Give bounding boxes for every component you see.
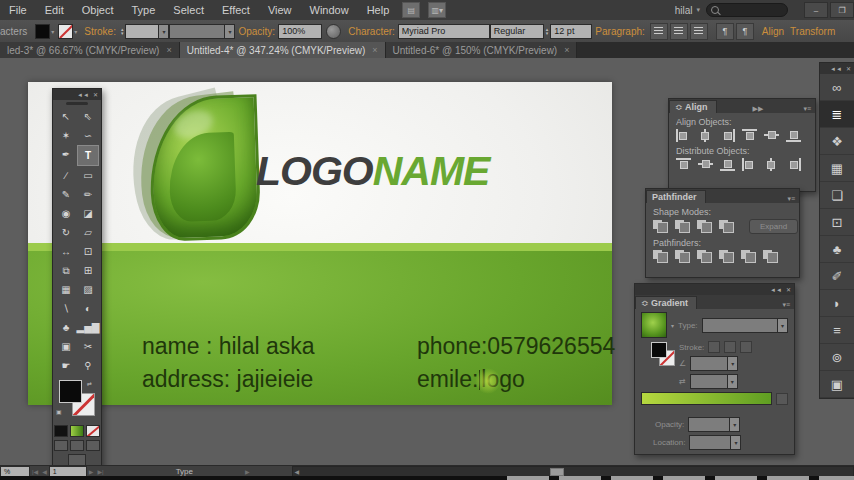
opacity-link[interactable]: Opacity: [238, 26, 275, 37]
dock-swatches-icon[interactable]: ▦ [820, 155, 854, 182]
unite-button[interactable] [653, 220, 668, 233]
fill-swatch[interactable] [651, 342, 667, 358]
tool-free-transform[interactable]: ⊡ [77, 242, 99, 261]
stroke-color-swatch[interactable] [58, 24, 73, 39]
close-icon[interactable]: × [166, 45, 171, 55]
dock-links-icon[interactable]: ∞ [820, 74, 854, 101]
tab-pathfinder[interactable]: Pathfinder [646, 190, 706, 203]
close-icon[interactable]: ✕ [93, 91, 98, 98]
menu-edit[interactable]: Edit [36, 0, 73, 20]
collapse-icon[interactable]: ◄◄ [770, 287, 782, 293]
taskbar-button[interactable] [767, 476, 809, 480]
tab-untitled-4[interactable]: Untitled-4* @ 347.24% (CMYK/Preview) × [180, 42, 386, 58]
tab-untitled-6[interactable]: Untitled-6* @ 150% (CMYK/Preview) × [386, 42, 578, 58]
next-artboard-icon[interactable]: ▶ [89, 468, 94, 475]
dock-layers-icon[interactable]: ❏ [820, 182, 854, 209]
panel-grip[interactable] [66, 102, 88, 105]
close-icon[interactable]: ✕ [846, 65, 851, 72]
card-email-line[interactable]: emile:logo [417, 363, 615, 396]
fill-dropdown-icon[interactable]: ▾ [51, 28, 54, 35]
panel-menu-icon[interactable]: ▾≡ [778, 301, 794, 309]
character-link[interactable]: Character: [348, 26, 395, 37]
tool-hand[interactable]: ☛ [55, 356, 77, 375]
tool-line-segment[interactable]: ∕ [55, 166, 77, 185]
stroke-along-button[interactable] [724, 341, 736, 353]
tool-zoom[interactable]: ⚲ [77, 356, 99, 375]
tool-slice[interactable]: ✂ [77, 337, 99, 356]
csuser-menu[interactable]: hilal [675, 5, 693, 16]
align-vertical-center-button[interactable] [764, 129, 779, 142]
dock-header[interactable]: ◄◄ ✕ [820, 63, 854, 74]
default-fill-stroke-icon[interactable]: ▣ [56, 408, 62, 415]
canvas-area[interactable]: LOGONAME name : hilal aska address: jaji… [0, 58, 854, 465]
gradient-type-select[interactable]: ▾ [702, 318, 788, 333]
tool-perspective-grid[interactable]: ⊞ [77, 261, 99, 280]
font-size-select[interactable]: 12 pt [550, 24, 592, 39]
align-horizontal-left-button[interactable] [676, 129, 691, 142]
tool-width[interactable]: ↔ [55, 242, 77, 261]
tool-graph[interactable]: ▂▅▇ [77, 318, 99, 337]
distribute-top-button[interactable] [676, 158, 691, 171]
variable-width-profile[interactable]: ▾ [169, 24, 235, 39]
merge-button[interactable] [697, 250, 712, 263]
collapse-icon[interactable]: ◄◄ [77, 92, 89, 98]
tool-direct-selection[interactable]: ⇖ [77, 107, 99, 126]
menu-object[interactable]: Object [73, 0, 123, 20]
tab-align[interactable]: ≎ Align [669, 100, 717, 113]
tool-paintbrush[interactable]: ✎ [55, 185, 77, 204]
none-mode-button[interactable] [86, 425, 100, 437]
tool-eraser[interactable]: ◪ [77, 204, 99, 223]
fill-color-swatch[interactable] [35, 24, 50, 39]
minus-back-button[interactable] [763, 250, 778, 263]
dock-pathfinder-icon[interactable]: ❖ [820, 128, 854, 155]
exclude-button[interactable] [719, 220, 734, 233]
angle-field[interactable]: ▾ [690, 356, 738, 371]
taskbar-button[interactable] [611, 476, 653, 480]
stroke-dropdown-icon[interactable]: ▾ [74, 28, 77, 35]
taskbar-button[interactable] [715, 476, 757, 480]
tool-blend[interactable]: ◐ [77, 299, 99, 318]
menu-file[interactable]: File [0, 0, 36, 20]
transform-panel-link[interactable]: Transform [790, 26, 835, 37]
distribute-hcenter-button[interactable] [764, 158, 779, 171]
align-horizontal-right-button[interactable] [720, 129, 735, 142]
gradient-panel-header[interactable]: ◄◄ ✕ [635, 284, 794, 295]
logo-wordmark[interactable]: LOGONAME [256, 148, 489, 195]
card-name-line[interactable]: name : hilal aska [142, 330, 315, 363]
menu-window[interactable]: Window [301, 0, 358, 20]
tool-scale[interactable]: ▱ [77, 223, 99, 242]
tool-eyedropper[interactable]: ∖ [55, 299, 77, 318]
menu-view[interactable]: View [259, 0, 301, 20]
fill-swatch[interactable] [59, 380, 82, 403]
screen-mode-button[interactable] [68, 454, 86, 465]
tool-symbol-sprayer[interactable]: ♣ [55, 318, 77, 337]
paragraph-link[interactable]: Paragraph: [595, 26, 644, 37]
draw-behind-button[interactable] [70, 440, 84, 451]
search-input[interactable] [706, 3, 788, 17]
divide-button[interactable] [653, 250, 668, 263]
dock-symbols-icon[interactable]: ♣ [820, 236, 854, 263]
tool-type[interactable]: T [77, 145, 99, 166]
dock-stroke-icon[interactable]: ≡ [820, 317, 854, 344]
arrange-documents-icon[interactable]: ▤ [402, 2, 420, 18]
tool-rotate[interactable]: ↻ [55, 223, 77, 242]
taskbar-button[interactable] [819, 476, 854, 480]
dock-gradient-icon[interactable]: ◗ [820, 290, 854, 317]
chevron-down-icon[interactable]: ▾ [671, 322, 674, 329]
align-panel-link[interactable]: Align [762, 26, 784, 37]
card-text-right-column[interactable]: phone:0579626554 emile:logo [417, 330, 615, 396]
align-vertical-top-button[interactable] [742, 129, 757, 142]
distribute-vcenter-button[interactable] [698, 158, 713, 171]
dock-artboards-icon[interactable]: ▣ [820, 371, 854, 398]
stroke-link[interactable]: Stroke: [84, 26, 116, 37]
close-icon[interactable]: ✕ [786, 286, 791, 293]
tool-lasso[interactable]: ∽ [77, 126, 99, 145]
trim-button[interactable] [675, 250, 690, 263]
first-artboard-icon[interactable]: |◀ [32, 468, 38, 475]
aspect-ratio-field[interactable]: ▾ [690, 374, 738, 389]
minus-front-button[interactable] [675, 220, 690, 233]
font-style-select[interactable]: Regular [490, 24, 544, 39]
stroke-across-button[interactable] [740, 341, 752, 353]
stroke-weight-field[interactable]: ▾ [125, 24, 169, 39]
distribute-right-button[interactable] [786, 158, 801, 171]
